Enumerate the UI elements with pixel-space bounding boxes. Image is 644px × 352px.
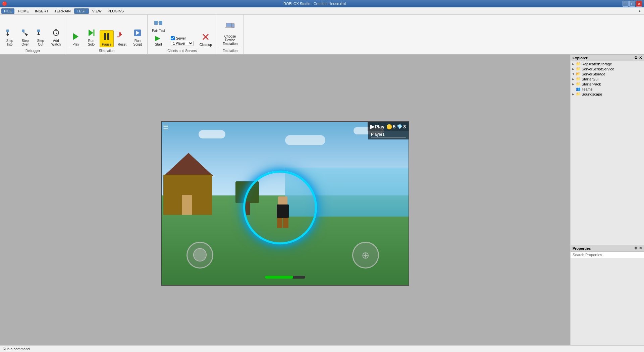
emulation-label: Emulation (220, 48, 240, 53)
pause-button[interactable]: Pause (100, 30, 114, 47)
health-bar (265, 276, 293, 279)
folder-icon: 📁 (576, 62, 581, 66)
menu-plugins[interactable]: PLUGINS (105, 8, 126, 14)
properties-title: Properties (573, 246, 591, 250)
player-badge: Player1 (368, 131, 409, 139)
gems-count: 8 (403, 124, 406, 129)
add-watch-button[interactable]: Add Watch (49, 26, 63, 47)
run-solo-icon (86, 27, 97, 38)
tree-label: ServerStorage (582, 72, 605, 76)
joystick-right[interactable]: ⊕ (352, 242, 379, 269)
tree-item-soundscape[interactable]: ▶ 📁 Soundscape (571, 92, 644, 97)
menu-test[interactable]: TEST (74, 8, 89, 14)
menu-insert[interactable]: INSERT (32, 8, 51, 14)
start-button[interactable]: Start (151, 34, 165, 47)
statusbar: Run a command (0, 345, 644, 352)
play-button[interactable]: Play (69, 30, 83, 47)
cloud-2 (285, 135, 325, 145)
debugger-buttons: Step Into Step Over (3, 16, 63, 47)
joystick-inner (193, 248, 207, 261)
coins-count: 5 (393, 124, 395, 129)
play-badge: ▶ Play 🟡 5 💎 8 (368, 122, 409, 131)
server-row: Server (171, 36, 186, 40)
character-head (278, 196, 287, 204)
svg-rect-30 (232, 24, 234, 27)
menu-home[interactable]: HOME (15, 8, 32, 14)
emulation-section: Choose Device Emulation Emulation (217, 15, 244, 54)
choose-device-icon (222, 18, 238, 34)
step-out-button[interactable]: Step Out (34, 26, 48, 47)
properties-settings-icon[interactable]: ⚙ (634, 246, 638, 250)
player-badge-divider (371, 137, 406, 138)
choose-device-button[interactable]: Choose Device Emulation (220, 16, 240, 47)
server-player-group: Server 1 Player 2 Players 3 Players (169, 35, 196, 47)
run-solo-button[interactable]: Run Solo (84, 26, 98, 47)
properties-panel: Properties ⚙ ✕ (571, 245, 644, 352)
joystick-left[interactable] (186, 242, 213, 269)
menubar: FILE HOME INSERT TERRAIN TEST VIEW PLUGI… (0, 7, 644, 15)
properties-close-icon[interactable]: ✕ (639, 246, 642, 250)
titlebar-controls[interactable]: ─ □ ✕ (623, 1, 642, 7)
menu-file[interactable]: FILE (1, 8, 14, 14)
tree-arrow: ▶ (572, 77, 576, 81)
folder-icon: 📁 (576, 92, 581, 96)
explorer-header-controls: ⚙ ✕ (634, 56, 642, 60)
tree-item-teams[interactable]: 👥 Teams (571, 86, 644, 92)
svg-marker-13 (89, 30, 93, 36)
tree-item-starter-gui[interactable]: ▶ 📁 StarterGui (571, 76, 644, 81)
crosshair-icon: ⊕ (362, 250, 369, 261)
pair-test-icon (153, 17, 164, 28)
explorer-close-icon[interactable]: ✕ (639, 56, 642, 60)
explorer-tree: ▶ 📁 ReplicatedStorage ▶ 📁 ServerScriptSe… (571, 61, 644, 97)
tree-item-starter-pack[interactable]: ▶ 📁 StarterPack (571, 81, 644, 86)
restore-button[interactable]: □ (629, 1, 635, 7)
pause-icon (101, 31, 112, 42)
svg-rect-27 (227, 23, 231, 26)
svg-line-10 (56, 33, 57, 34)
tree-label: Teams (582, 87, 592, 91)
player-count-select[interactable]: 1 Player 2 Players 3 Players (171, 41, 194, 46)
pair-test-start-group: Pair Test Start (150, 16, 167, 47)
tree-item-replicated-storage[interactable]: ▶ 📁 ReplicatedStorage (571, 61, 644, 66)
pair-test-button[interactable]: Pair Test (150, 16, 167, 34)
right-panel: Explorer ⚙ ✕ ▶ 📁 ReplicatedStorage ▶ 📁 (570, 55, 644, 352)
simulation-buttons: Play Run Solo (69, 16, 145, 47)
cleanup-icon (200, 32, 211, 42)
reset-button[interactable]: Reset (115, 30, 129, 47)
step-into-button[interactable]: Step Into (3, 26, 17, 47)
svg-point-31 (233, 27, 233, 28)
house-roof (163, 153, 214, 176)
cleanup-button[interactable]: Cleanup (198, 31, 214, 47)
explorer-settings-icon[interactable]: ⚙ (634, 56, 638, 60)
properties-search-input[interactable] (571, 252, 644, 258)
player-name: Player1 (371, 132, 385, 137)
explorer-panel: Explorer ⚙ ✕ ▶ 📁 ReplicatedStorage ▶ 📁 (571, 55, 644, 245)
hamburger-menu-icon[interactable]: ☰ (163, 123, 168, 131)
game-viewport[interactable]: ⊕ ▶ Play 🟡 5 💎 8 Player1 (161, 121, 409, 286)
svg-rect-15 (104, 33, 106, 40)
menu-view[interactable]: VIEW (90, 8, 104, 14)
character (277, 196, 289, 228)
play-icon: ▶ (370, 123, 374, 130)
menu-terrain[interactable]: TERRAIN (52, 8, 73, 14)
tree-label: StarterPack (582, 82, 601, 86)
ribbon-collapse-btn[interactable]: ▲ (637, 8, 643, 13)
step-over-button[interactable]: Step Over (18, 26, 32, 47)
close-button[interactable]: ✕ (636, 1, 642, 7)
player-select-row: 1 Player 2 Players 3 Players (171, 41, 194, 46)
tree-item-server-script-service[interactable]: ▶ 📁 ServerScriptService (571, 66, 644, 71)
character-body (277, 204, 289, 218)
tree-label: StarterGui (582, 77, 598, 81)
run-script-button[interactable]: Run Script (130, 26, 145, 47)
clients-servers-section: Pair Test Start Server (148, 15, 217, 54)
titlebar: 🔴 ROBLOX Studio - Crooked House.rbxl ─ □… (0, 0, 644, 7)
svg-rect-5 (37, 30, 40, 32)
svg-marker-2 (6, 34, 9, 36)
play-text: Play (375, 124, 385, 129)
server-checkbox[interactable] (171, 36, 175, 40)
folder-icon: 📁 (576, 77, 581, 81)
minimize-button[interactable]: ─ (623, 1, 629, 7)
tree-item-server-storage[interactable]: ▼ 📂 ServerStorage (571, 71, 644, 76)
coin-icon: 🟡 (386, 124, 392, 129)
svg-rect-20 (154, 21, 158, 25)
